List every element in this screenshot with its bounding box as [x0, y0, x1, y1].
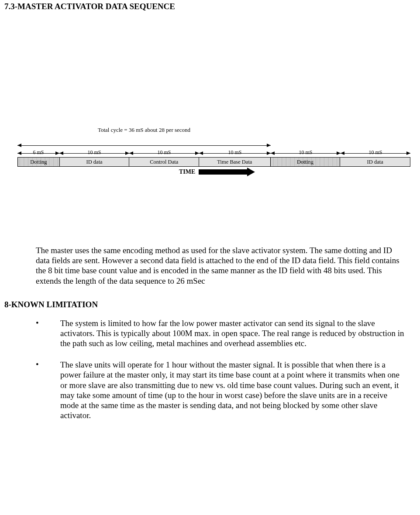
time-axis-row: TIME: [17, 168, 420, 175]
heading-8: 8-KNOWN LIMITATION: [4, 300, 416, 309]
bullet-icon: •: [36, 360, 60, 420]
total-cycle-label: Total cycle = 36 mS about 28 per second: [17, 127, 271, 134]
duration-1: 6 mS: [17, 149, 59, 156]
heading-7-3: 7.3-MASTER ACTIVATOR DATA SEQUENCE: [4, 2, 416, 11]
list-item: • The slave units will operate for 1 hou…: [36, 360, 407, 420]
segment-id-data-2: ID data: [340, 158, 410, 166]
duration-4: 10 mS: [199, 149, 271, 156]
total-cycle-row: Total cycle = 36 mS about 28 per second: [17, 134, 410, 141]
segment-id-data-1: ID data: [60, 158, 130, 166]
total-span-arrow-row: [17, 141, 410, 149]
segment-dotting-1: Dotting: [18, 158, 60, 166]
list-item: • The system is limited to how far the l…: [36, 318, 407, 349]
duration-3: 10 mS: [129, 149, 199, 156]
total-span-arrow: [17, 145, 271, 146]
timing-diagram: Total cycle = 36 mS about 28 per second …: [17, 134, 416, 175]
segment-durations-row: 6 mS 10 mS 10 mS 10 mS 10 mS 10 mS: [17, 149, 410, 157]
segment-time-base: Time Base Data: [199, 158, 271, 166]
duration-2: 10 mS: [59, 149, 129, 156]
paragraph-master-encoding: The master uses the same encoding method…: [36, 245, 407, 286]
bullet-icon: •: [36, 318, 60, 349]
timeline: Dotting ID data Control Data Time Base D…: [17, 157, 410, 167]
bullet-text-2: The slave units will operate for 1 hour …: [60, 360, 407, 420]
duration-5: 10 mS: [271, 149, 341, 156]
time-axis-label: TIME: [179, 168, 195, 175]
segment-dotting-2: Dotting: [271, 158, 341, 166]
bullet-text-1: The system is limited to how far the low…: [60, 318, 407, 349]
segment-control: Control Data: [129, 158, 199, 166]
time-arrow-icon: [199, 169, 248, 175]
duration-6: 10 mS: [341, 149, 410, 156]
limitations-list: • The system is limited to how far the l…: [36, 318, 407, 421]
